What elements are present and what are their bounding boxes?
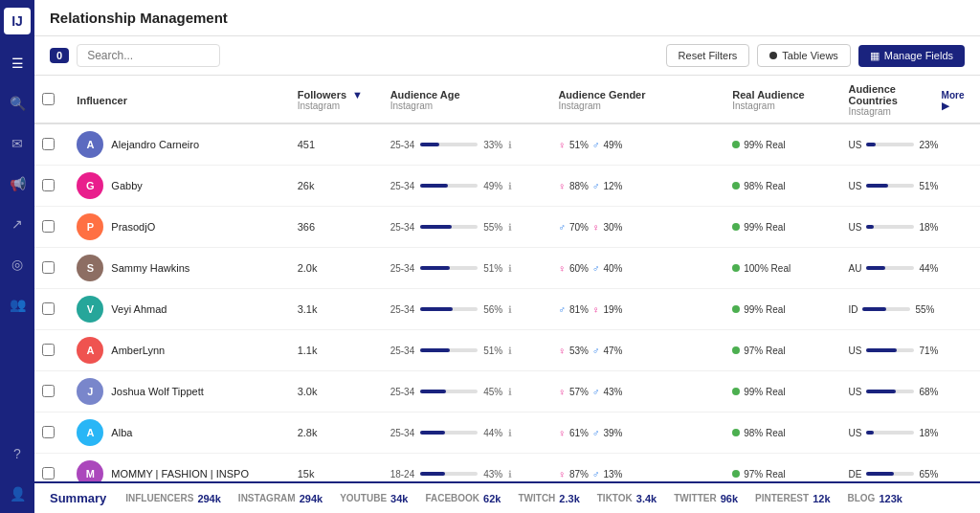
sidebar-icon-analytics[interactable]: ◎	[6, 253, 29, 276]
info-icon[interactable]: ℹ	[508, 263, 512, 274]
country-pct: 44%	[919, 263, 938, 274]
country-bar	[866, 266, 914, 270]
row-checkbox[interactable]	[42, 467, 55, 480]
influencer-name: Joshua Wolf Tippett	[111, 386, 203, 397]
row-checkbox[interactable]	[42, 138, 55, 150]
avatar: M	[77, 460, 103, 481]
sidebar-icon-profile[interactable]: 👤	[6, 482, 29, 505]
table-views-button[interactable]: Table Views	[757, 44, 851, 67]
summary-value: 96k	[721, 493, 738, 504]
country-cell: DE 65%	[840, 454, 980, 482]
influencer-name: PrasodjO	[111, 221, 155, 233]
grid-icon: ▦	[870, 50, 880, 62]
country-code: US	[848, 346, 861, 356]
sidebar-icon-share[interactable]: ↗	[6, 212, 29, 235]
male-pct: 12%	[603, 181, 622, 191]
real-pct: 98% Real	[744, 428, 785, 438]
sidebar-icon-help[interactable]: ?	[6, 442, 29, 465]
filter-icon[interactable]: ▼	[352, 89, 363, 100]
green-dot-icon	[732, 388, 740, 395]
row-checkbox[interactable]	[42, 179, 55, 191]
influencer-cell: S Sammy Hawkins	[69, 248, 289, 289]
country-cell: AU 44%	[840, 248, 980, 289]
male-pct: 81%	[569, 304, 589, 315]
real-pct: 97% Real	[744, 469, 785, 480]
table-row: P PrasodjO 366 25-34 55% ℹ ♂ 70% ♀ 30% 9…	[34, 207, 980, 248]
info-icon[interactable]: ℹ	[508, 304, 512, 315]
influencer-name: Alejandro Carneiro	[111, 139, 199, 150]
summary-platform: TWITCH	[518, 493, 555, 503]
info-icon[interactable]: ℹ	[508, 222, 512, 233]
row-checkbox[interactable]	[42, 220, 55, 233]
info-icon[interactable]: ℹ	[508, 346, 512, 356]
influencer-cell: G Gabby	[69, 166, 289, 207]
search-input[interactable]	[77, 44, 220, 67]
main-content: Relationship Management 0 Reset Filters …	[34, 0, 980, 513]
info-icon[interactable]: ℹ	[508, 428, 512, 438]
age-bar	[420, 184, 478, 188]
influencer-cell: M MOMMY | FASHION | INSPO	[69, 454, 289, 482]
info-icon[interactable]: ℹ	[508, 140, 512, 150]
summary-stat: TWITCH 2.3k	[518, 493, 579, 504]
row-checkbox[interactable]	[42, 344, 55, 356]
summary-platform: TIKTOK	[597, 493, 633, 503]
country-code: US	[848, 181, 861, 191]
avatar: G	[77, 172, 103, 199]
sidebar-icon-mail[interactable]: ✉	[6, 132, 29, 155]
avatar: J	[77, 378, 103, 405]
avatar: A	[77, 131, 103, 158]
sidebar-icon-broadcast[interactable]: 📢	[6, 172, 29, 195]
avatar: P	[77, 213, 103, 240]
male-icon: ♂	[592, 469, 600, 480]
summary-platform: TWITTER	[674, 493, 716, 503]
sidebar-icon-menu[interactable]: ☰	[6, 52, 29, 75]
followers-cell: 26k	[290, 166, 383, 207]
info-icon[interactable]: ℹ	[508, 181, 512, 191]
summary-platform: INSTAGRAM	[238, 493, 296, 503]
col-countries: Audience Countries Instagram More ▶	[840, 76, 980, 123]
sidebar-icon-users[interactable]: 👥	[6, 293, 29, 316]
select-all-checkbox[interactable]	[42, 93, 55, 105]
country-bar	[866, 225, 914, 229]
info-icon[interactable]: ℹ	[508, 469, 512, 480]
age-cell: 25-34 51% ℹ	[383, 330, 551, 371]
age-cell: 25-34 45% ℹ	[383, 371, 551, 413]
summary-value: 123k	[879, 493, 902, 504]
country-cell: US 23%	[840, 123, 980, 166]
male-icon: ♂	[558, 222, 566, 233]
country-pct: 71%	[919, 346, 938, 356]
gender-cell: ♀ 51% ♂ 49%	[550, 123, 724, 166]
country-pct: 23%	[919, 140, 938, 150]
country-bar	[866, 348, 914, 352]
gender-cell: ♀ 61% ♂ 39%	[550, 413, 724, 454]
sidebar-icon-search[interactable]: 🔍	[6, 92, 29, 115]
logo[interactable]: IJ	[4, 8, 31, 34]
row-checkbox[interactable]	[42, 426, 55, 438]
male-icon: ♂	[592, 346, 600, 356]
influencer-cell: A Alba	[69, 413, 289, 454]
avatar: S	[77, 255, 103, 281]
reset-filters-button[interactable]: Reset Filters	[666, 44, 750, 67]
manage-fields-button[interactable]: ▦ Manage Fields	[858, 45, 965, 67]
country-bar	[866, 390, 914, 393]
green-dot-icon	[732, 182, 740, 190]
more-link[interactable]: More ▶	[942, 90, 972, 111]
row-checkbox[interactable]	[42, 385, 55, 397]
male-pct: 43%	[603, 387, 622, 397]
influencer-name: Alba	[111, 427, 132, 438]
male-icon: ♂	[592, 140, 600, 150]
table-row: S Sammy Hawkins 2.0k 25-34 51% ℹ ♀ 60% ♂…	[34, 248, 980, 289]
row-checkbox[interactable]	[42, 261, 55, 274]
info-icon[interactable]: ℹ	[508, 387, 512, 397]
green-dot-icon	[732, 470, 740, 478]
country-code: US	[848, 140, 861, 150]
row-checkbox[interactable]	[42, 302, 55, 315]
summary-stat: INSTAGRAM 294k	[238, 493, 323, 504]
sidebar: IJ ☰ 🔍 ✉ 📢 ↗ ◎ 👥 ? 👤	[0, 0, 34, 513]
influencer-name: MOMMY | FASHION | INSPO	[111, 468, 249, 480]
summary-stat: BLOG 123k	[848, 493, 902, 504]
gender-cell: ♀ 60% ♂ 40%	[550, 248, 724, 289]
table-row: A AmberLynn 1.1k 25-34 51% ℹ ♀ 53% ♂ 47%…	[34, 330, 980, 371]
male-pct: 49%	[603, 140, 622, 150]
female-icon: ♀	[558, 263, 566, 274]
